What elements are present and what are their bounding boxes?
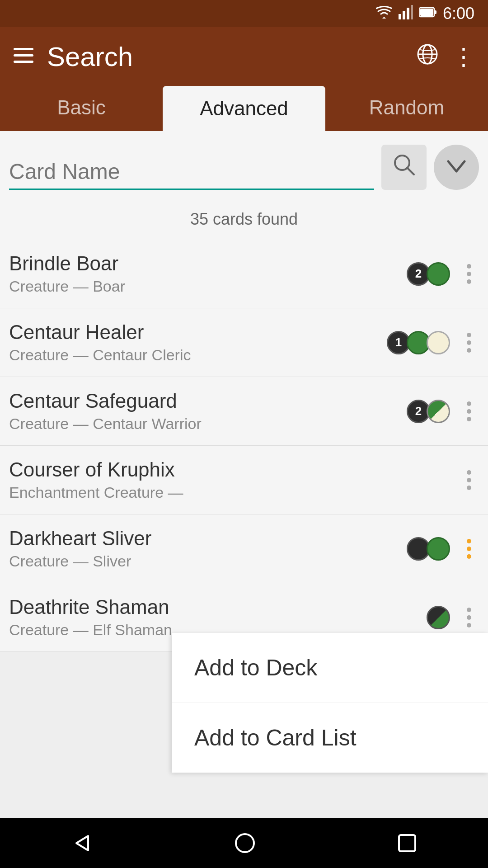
card-more-button[interactable] [459, 534, 479, 563]
color-badge [427, 537, 450, 561]
context-menu: Add to Deck Add to Card List [172, 633, 488, 773]
svg-rect-9 [14, 61, 33, 63]
card-colors: 2 [407, 262, 450, 286]
app-bar: Search ⋮ [0, 27, 488, 86]
more-dot [467, 279, 471, 284]
svg-rect-2 [407, 8, 409, 19]
card-item: Brindle Boar Creature — Boar 2 [0, 240, 488, 308]
search-area [0, 131, 488, 199]
search-button[interactable] [381, 145, 427, 190]
card-name: Courser of Kruphix [9, 458, 450, 481]
back-button[interactable] [71, 832, 93, 854]
more-dot [467, 547, 471, 551]
card-colors [407, 537, 450, 561]
nav-bar [0, 818, 488, 868]
card-item: Centaur Safeguard Creature — Centaur War… [0, 377, 488, 446]
color-badge [427, 331, 450, 354]
results-count: 35 cards found [0, 199, 488, 240]
card-type: Creature — Centaur Cleric [9, 346, 387, 364]
card-item: Courser of Kruphix Enchantment Creature … [0, 446, 488, 514]
card-info: Brindle Boar Creature — Boar [9, 252, 407, 295]
card-info: Deathrite Shaman Creature — Elf Shaman [9, 596, 427, 639]
card-name: Deathrite Shaman [9, 596, 427, 618]
search-icon [392, 153, 416, 182]
search-input[interactable] [9, 159, 374, 184]
more-dot [467, 486, 471, 490]
app-bar-icons: ⋮ [417, 43, 474, 70]
svg-rect-1 [403, 11, 405, 19]
svg-rect-17 [399, 835, 415, 851]
color-badge [427, 606, 450, 629]
card-more-button[interactable] [459, 603, 479, 632]
more-vert-icon[interactable]: ⋮ [452, 43, 474, 70]
card-item: Centaur Healer Creature — Centaur Cleric… [0, 308, 488, 377]
signal-icon [399, 5, 413, 23]
add-to-deck-menu-item[interactable]: Add to Deck [172, 633, 488, 703]
more-dot [467, 272, 471, 276]
card-more-button[interactable] [459, 466, 479, 495]
status-time: 6:00 [443, 4, 474, 23]
tabs: Basic Advanced Random [0, 86, 488, 131]
status-bar: 6:00 [0, 0, 488, 27]
more-dot [467, 348, 471, 353]
card-colors [427, 606, 450, 629]
card-more-button[interactable] [459, 397, 479, 426]
card-type: Enchantment Creature — [9, 484, 450, 501]
more-dot [467, 478, 471, 482]
color-badge [427, 262, 450, 286]
wifi-icon [376, 6, 392, 22]
card-info: Darkheart Sliver Creature — Sliver [9, 527, 407, 570]
svg-point-16 [236, 834, 254, 852]
more-dot [467, 401, 471, 406]
more-dot [467, 417, 471, 421]
card-more-button[interactable] [459, 328, 479, 357]
card-list: Brindle Boar Creature — Boar 2 Centaur H… [0, 240, 488, 652]
svg-rect-7 [14, 48, 33, 50]
svg-line-14 [407, 168, 414, 175]
more-dot [467, 264, 471, 269]
svg-rect-0 [399, 14, 401, 19]
more-dot [467, 340, 471, 345]
tab-advanced[interactable]: Advanced [163, 86, 325, 131]
card-name: Darkheart Sliver [9, 527, 407, 550]
more-dot [467, 623, 471, 627]
home-button[interactable] [234, 832, 256, 854]
more-dot [467, 409, 471, 414]
card-colors: 1 [387, 331, 450, 354]
recent-button[interactable] [397, 833, 417, 853]
svg-rect-6 [420, 9, 433, 16]
more-dot [467, 554, 471, 559]
card-item: Darkheart Sliver Creature — Sliver [0, 514, 488, 583]
globe-icon[interactable] [417, 43, 438, 70]
filter-button[interactable] [434, 145, 479, 190]
card-name: Brindle Boar [9, 252, 407, 275]
card-info: Centaur Safeguard Creature — Centaur War… [9, 390, 407, 433]
card-type: Creature — Boar [9, 278, 407, 295]
search-input-wrapper [9, 159, 374, 190]
card-more-button[interactable] [459, 259, 479, 288]
status-icons: 6:00 [376, 4, 474, 23]
card-type: Creature — Centaur Warrior [9, 415, 407, 433]
card-info: Courser of Kruphix Enchantment Creature … [9, 458, 450, 501]
hamburger-icon[interactable] [14, 47, 33, 66]
card-colors: 2 [407, 400, 450, 423]
color-badge [427, 400, 450, 423]
add-to-card-list-menu-item[interactable]: Add to Card List [172, 703, 488, 773]
app-title: Search [47, 41, 403, 72]
more-dot [467, 333, 471, 337]
card-name: Centaur Healer [9, 321, 387, 344]
more-dot [467, 608, 471, 612]
card-name: Centaur Safeguard [9, 390, 407, 412]
more-dot [467, 539, 471, 543]
chevron-down-icon [446, 159, 466, 176]
more-dot [467, 470, 471, 475]
tab-basic[interactable]: Basic [0, 86, 163, 131]
card-type: Creature — Sliver [9, 552, 407, 570]
svg-rect-3 [411, 5, 413, 19]
svg-rect-5 [434, 10, 436, 14]
battery-icon [419, 6, 436, 21]
tab-random[interactable]: Random [325, 86, 488, 131]
svg-rect-8 [14, 54, 33, 57]
svg-marker-15 [76, 836, 88, 850]
more-dot [467, 615, 471, 620]
